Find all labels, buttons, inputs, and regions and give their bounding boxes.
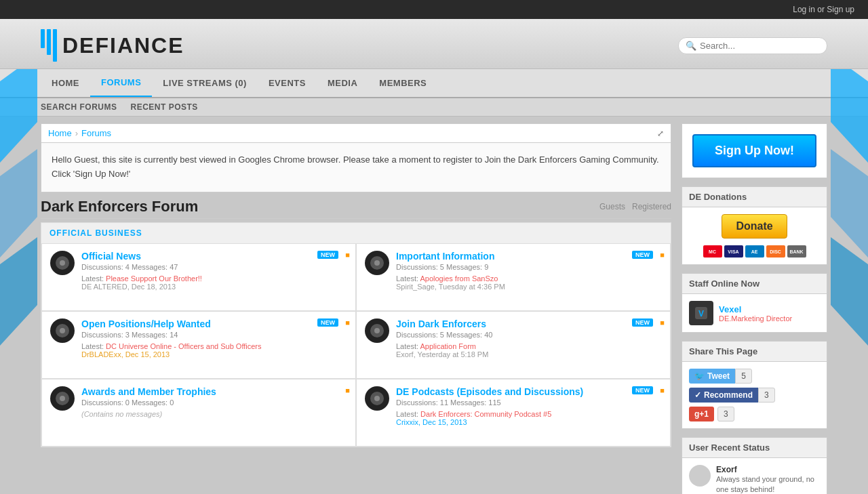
svg-text:V: V <box>698 309 704 318</box>
search-input[interactable] <box>700 41 820 51</box>
forum-stats-1: Discussions: 4 Messages: 47 <box>81 263 347 271</box>
staff-role-prefix: DE. <box>719 314 731 323</box>
breadcrumb: Home › Forums <box>48 128 111 138</box>
rss-icon-2[interactable]: ■ <box>660 251 665 259</box>
gplus-button[interactable]: g+1 <box>689 407 714 421</box>
forum-info-1: Official News Discussions: 4 Messages: 4… <box>81 251 347 291</box>
forum-icon-inner-6 <box>370 392 384 405</box>
nav-item-livestreams[interactable]: LIVE STREAMS (0) <box>152 70 258 96</box>
staff-name[interactable]: Vexel <box>719 304 792 314</box>
forum-icon-1 <box>50 251 75 275</box>
rss-icon-6[interactable]: ■ <box>660 386 665 394</box>
top-bar: Log in or Sign up <box>0 0 868 19</box>
breadcrumb-bar: Home › Forums ⤢ <box>41 123 671 142</box>
forum-name-2[interactable]: Important Information <box>396 251 662 262</box>
card-amex: AE <box>745 245 764 258</box>
forum-icon-dot-6 <box>374 396 380 401</box>
section-header: OFFICIAL BUSINESS <box>41 222 671 243</box>
donations-title: DE Donations <box>682 187 827 207</box>
forum-latest-4: Latest: Application Form Exorf, Yesterda… <box>396 342 662 358</box>
status-text-area-1: Exorf Always stand your ground, no one s… <box>716 465 820 494</box>
forum-name-3[interactable]: Open Positions/Help Wanted <box>81 318 347 329</box>
forum-stats-4: Discussions: 5 Messages: 40 <box>396 331 662 339</box>
nav-item-forums[interactable]: FORUMS <box>90 69 152 97</box>
forum-latest-thread-2[interactable]: Apologies from SanSzo <box>420 274 498 283</box>
forum-latest-user-3: DrBLADExx, Dec 15, 2013 <box>81 350 170 358</box>
sidebar: Sign Up Now! DE Donations Donate MC VISA… <box>682 123 827 494</box>
card-mastercard: MC <box>703 245 722 258</box>
forum-stats-3: Discussions: 3 Messages: 14 <box>81 331 347 339</box>
forum-latest-thread-4[interactable]: Application Form <box>420 342 476 350</box>
forum-name-1[interactable]: Official News <box>81 251 347 262</box>
status-username-1[interactable]: Exorf <box>716 465 820 474</box>
forum-latest-user-2: Spirit_Sage, Tuesday at 4:36 PM <box>396 283 505 291</box>
logo-bars <box>41 29 57 62</box>
gplus-label: g+1 <box>694 409 709 419</box>
forum-info-6: DE Podcasts (Episodes and Discussions) D… <box>396 386 662 426</box>
status-title: User Recent Status <box>682 438 827 458</box>
forum-icon-inner-1 <box>56 256 69 270</box>
staff-title: Staff Online Now <box>682 274 827 294</box>
recommend-button[interactable]: ✓ Recommend <box>689 388 758 403</box>
donate-button[interactable]: Donate <box>722 214 787 239</box>
nav-item-home[interactable]: HOME <box>41 70 90 96</box>
rss-icon-3[interactable]: ■ <box>345 318 350 327</box>
expand-icon[interactable]: ⤢ <box>657 129 664 138</box>
signup-widget: Sign Up Now! <box>682 123 827 178</box>
forum-icon-inner-4 <box>370 324 384 337</box>
recommend-count: 3 <box>758 388 775 403</box>
forum-icon-dot-1 <box>60 260 65 266</box>
forum-icon-inner-2 <box>370 256 384 270</box>
staff-avatar: V <box>689 301 713 325</box>
status-message-1: Always stand your ground, no one stays b… <box>716 474 820 494</box>
forum-icon-inner-5 <box>56 392 69 405</box>
forum-icon-dot-5 <box>60 396 65 401</box>
legend-registered: Registered <box>632 202 671 211</box>
gplus-btn-wrapper: g+1 3 <box>689 407 820 421</box>
logo-bar-3 <box>53 29 57 62</box>
forum-icon-4 <box>365 318 389 343</box>
forum-latest-thread-6[interactable]: Dark Enforcers: Community Podcast #5 <box>420 410 551 418</box>
nav-item-events[interactable]: EVENTS <box>258 70 317 96</box>
rss-icon-1[interactable]: ■ <box>345 251 350 259</box>
forum-icon-dot-2 <box>374 260 380 266</box>
recommend-label: Recommend <box>704 390 753 400</box>
forum-name-4[interactable]: Join Dark Enforcers <box>396 318 662 329</box>
main-container: Home › Forums ⤢ Hello Guest, this site i… <box>0 117 868 494</box>
breadcrumb-forums[interactable]: Forums <box>81 128 111 138</box>
rss-icon-4[interactable]: ■ <box>660 318 665 327</box>
forum-title-bar: Dark Enforcers Forum Guests Registered <box>41 192 671 219</box>
forum-latest-6: Latest: Dark Enforcers: Community Podcas… <box>396 410 662 426</box>
forum-name-6[interactable]: DE Podcasts (Episodes and Discussions) <box>396 386 662 397</box>
recommend-btn-wrapper: ✓ Recommend 3 <box>689 388 820 403</box>
legend: Guests Registered <box>599 202 671 211</box>
forum-icon-dot-4 <box>374 328 380 333</box>
forum-latest-thread-1[interactable]: Please Support Our Brother!! <box>106 274 202 283</box>
sub-nav: SEARCH FORUMS RECENT POSTS <box>0 98 868 117</box>
forum-info-3: Open Positions/Help Wanted Discussions: … <box>81 318 347 358</box>
tweet-count: 5 <box>735 369 752 384</box>
subnav-recent-posts[interactable]: RECENT POSTS <box>131 102 198 112</box>
share-title: Share This Page <box>682 342 827 362</box>
tweet-label: Tweet <box>707 371 730 381</box>
forum-item-podcasts: DE Podcasts (Episodes and Discussions) D… <box>356 379 671 447</box>
signup-button[interactable]: Sign Up Now! <box>692 134 816 167</box>
nav-item-media[interactable]: MEDIA <box>317 70 368 96</box>
forum-info-2: Important Information Discussions: 5 Mes… <box>396 251 662 291</box>
breadcrumb-home[interactable]: Home <box>48 128 72 138</box>
share-widget: Share This Page 🐦 Tweet 5 ✓ Recommend <box>682 341 827 429</box>
forum-latest-thread-3[interactable]: DC Universe Online - Officers and Sub Of… <box>106 342 261 350</box>
forum-item-join-de: Join Dark Enforcers Discussions: 5 Messa… <box>356 311 671 379</box>
forum-item-important-info: Important Information Discussions: 5 Mes… <box>356 243 671 311</box>
forum-name-5[interactable]: Awards and Member Trophies <box>81 386 347 397</box>
status-body: Exorf Always stand your ground, no one s… <box>682 458 827 494</box>
staff-widget: Staff Online Now V Vexel DE.Marketing Di… <box>682 273 827 333</box>
forum-info-5: Awards and Member Trophies Discussions: … <box>81 386 347 418</box>
nav-item-members[interactable]: MEMBERS <box>368 70 437 96</box>
tweet-button[interactable]: 🐦 Tweet <box>689 369 735 384</box>
rss-icon-5[interactable]: ■ <box>345 386 350 394</box>
logo-bar-2 <box>47 29 51 55</box>
status-widget: User Recent Status Exorf Always stand yo… <box>682 437 827 494</box>
subnav-search-forums[interactable]: SEARCH FORUMS <box>41 102 117 112</box>
forum-item-awards: Awards and Member Trophies Discussions: … <box>41 379 356 447</box>
